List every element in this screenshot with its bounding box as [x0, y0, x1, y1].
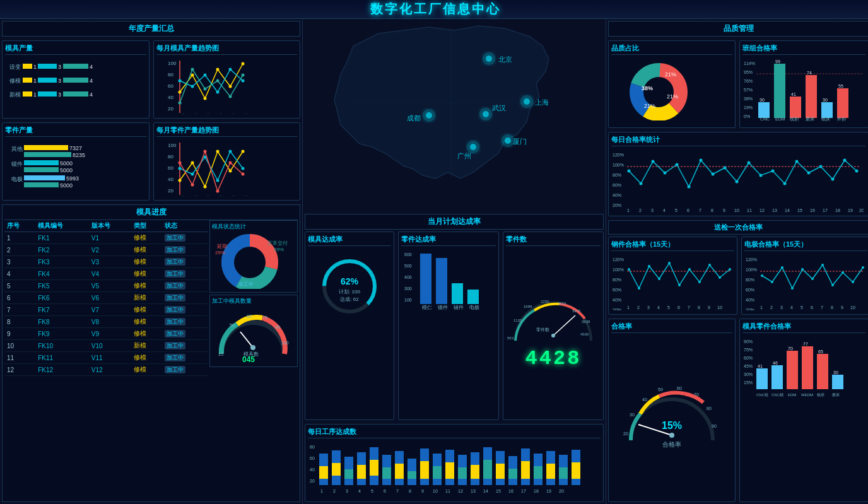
svg-rect-194 — [471, 465, 479, 479]
svg-rect-208 — [559, 467, 568, 479]
group-rate-title: 班组合格率 — [742, 44, 865, 55]
pass-rate-title: 合格率 — [611, 322, 732, 333]
daily-pass-title: 每日合格率统计 — [611, 135, 865, 146]
quality-title-bar: 品质管理 — [608, 21, 868, 37]
svg-point-327 — [708, 264, 711, 266]
mold-production-title: 模具产量 — [5, 44, 146, 55]
svg-point-287 — [807, 172, 811, 175]
svg-text:4: 4 — [90, 78, 93, 84]
daily-achieve-section: 每日工序达成数 80 60 40 20 — [305, 424, 604, 502]
mold-table-container: 序号 模具编号 版本号 类型 状态 1 FK1 V1 修模 加工中 2 — [4, 220, 208, 500]
svg-text:6月: 6月 — [241, 196, 249, 196]
svg-point-42 — [216, 91, 219, 94]
svg-text:13: 13 — [471, 489, 476, 493]
svg-rect-206 — [546, 464, 555, 479]
svg-text:19: 19 — [848, 208, 853, 212]
svg-rect-172 — [332, 463, 341, 476]
mold-status-chart: 模具状态统计 — [209, 220, 298, 293]
monthly-mold-section: 每月模具产量趋势图 100 80 60 40 20 1月 2月 3月 4月 5月… — [153, 40, 301, 119]
col-seq: 序号 — [4, 220, 35, 232]
svg-text:12: 12 — [458, 489, 463, 493]
svg-text:100%: 100% — [613, 163, 624, 167]
svg-point-78 — [178, 179, 181, 182]
svg-text:模仁: 模仁 — [422, 305, 432, 310]
page-container: 数字化工厂信息中心 年度产量汇总 模具产量 设变 1 3 4 — [0, 0, 868, 504]
svg-point-289 — [831, 178, 835, 181]
svg-text:8: 8 — [711, 208, 713, 212]
svg-text:1125: 1125 — [513, 319, 522, 322]
svg-text:8: 8 — [831, 305, 833, 310]
svg-text:15%: 15% — [744, 380, 753, 385]
svg-text:2: 2 — [639, 208, 642, 212]
svg-text:铣床: 铣床 — [821, 117, 830, 121]
svg-point-274 — [652, 160, 655, 163]
svg-text:15%: 15% — [662, 420, 682, 431]
svg-text:8: 8 — [698, 305, 700, 310]
svg-text:29%: 29% — [215, 250, 225, 255]
svg-point-125 — [426, 112, 432, 119]
svg-text:62%: 62% — [341, 276, 359, 286]
svg-text:77: 77 — [803, 342, 808, 346]
svg-text:3: 3 — [58, 78, 61, 84]
svg-text:外协: 外协 — [837, 117, 846, 121]
svg-text:21%: 21% — [644, 103, 655, 109]
svg-text:0%: 0% — [744, 114, 750, 119]
svg-text:60: 60 — [168, 83, 173, 89]
china-map: 北京 上海 成都 武汉 广州 厦门 — [303, 19, 606, 212]
svg-text:7: 7 — [821, 305, 823, 310]
svg-text:400: 400 — [404, 275, 412, 279]
svg-text:新模: 新模 — [9, 91, 21, 98]
svg-rect-184 — [408, 471, 416, 479]
svg-text:38%: 38% — [642, 85, 653, 91]
svg-point-357 — [862, 266, 864, 269]
mold-status-container: 模具状态统计 — [209, 220, 298, 500]
svg-point-80 — [203, 185, 206, 189]
svg-text:100: 100 — [168, 143, 177, 148]
svg-rect-389 — [771, 365, 783, 389]
svg-text:30: 30 — [760, 98, 765, 102]
svg-rect-64 — [24, 182, 59, 187]
svg-point-128 — [483, 111, 489, 117]
svg-point-276 — [676, 163, 679, 167]
svg-point-90 — [178, 161, 181, 165]
svg-text:4500: 4500 — [580, 332, 589, 336]
mold-part-rate-section: 模具零件合格率 90% 75% 60% 45% 30% 15% 41 CNC组 — [739, 319, 868, 502]
svg-text:3938: 3938 — [582, 320, 590, 324]
svg-text:7: 7 — [688, 305, 690, 310]
svg-text:70: 70 — [788, 346, 793, 351]
svg-text:20: 20 — [859, 208, 864, 212]
svg-rect-19 — [63, 91, 88, 97]
svg-text:武汉: 武汉 — [492, 104, 506, 112]
svg-point-323 — [668, 262, 671, 264]
svg-rect-210 — [572, 462, 580, 479]
svg-text:磨床: 磨床 — [806, 117, 814, 121]
svg-point-352 — [811, 278, 814, 280]
svg-text:1: 1 — [33, 91, 37, 98]
svg-text:57%: 57% — [744, 88, 753, 92]
svg-text:7: 7 — [396, 489, 399, 493]
svg-text:60: 60 — [310, 456, 315, 460]
quality-donut: 38% 21% 21% 21% — [611, 57, 725, 120]
svg-text:3375: 3375 — [572, 309, 581, 313]
mold-rate-section: 模具达成率 62% 计划: 100 达成: 62 — [305, 231, 394, 421]
svg-text:38%: 38% — [744, 97, 753, 101]
svg-rect-186 — [420, 461, 429, 479]
svg-point-83 — [241, 150, 244, 153]
svg-text:成都: 成都 — [407, 114, 421, 122]
svg-text:1月: 1月 — [178, 114, 185, 114]
svg-rect-196 — [483, 460, 492, 479]
center-bottom: 模具达成率 62% 计划: 100 达成: 62 零件达成率 — [303, 230, 606, 423]
svg-point-377 — [669, 433, 674, 438]
svg-text:6月: 6月 — [241, 114, 249, 114]
svg-rect-259 — [821, 102, 833, 118]
svg-text:4月: 4月 — [216, 114, 223, 114]
table-row: 6 FK6 V6 新模 加工中 — [4, 292, 208, 304]
svg-text:9: 9 — [708, 305, 710, 310]
svg-point-286 — [795, 160, 799, 163]
svg-text:18: 18 — [534, 489, 539, 493]
svg-point-290 — [843, 159, 847, 162]
svg-text:76%: 76% — [744, 79, 753, 83]
svg-point-328 — [718, 276, 721, 279]
svg-point-277 — [688, 185, 691, 189]
svg-point-272 — [628, 170, 631, 173]
